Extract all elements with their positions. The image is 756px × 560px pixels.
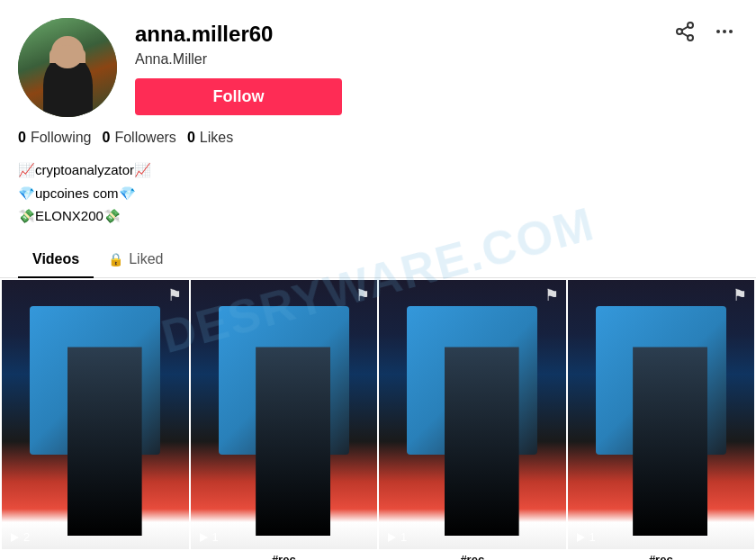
play-count-value: 1	[400, 530, 407, 544]
svg-marker-10	[388, 533, 396, 542]
video-image	[191, 280, 378, 550]
svg-point-7	[729, 30, 733, 33]
bookmark-icon: ⚑	[167, 285, 182, 305]
profile-bio: 📈cryptoanalyzator📈 💎upcoines com💎 💸ELONX…	[0, 155, 756, 242]
profile-username: anna.miller60	[135, 22, 738, 48]
profile-displayname: Anna.Miller	[135, 51, 738, 68]
play-count: 1	[575, 530, 596, 544]
avatar-image	[18, 18, 117, 117]
video-thumbnail: ⚑ 1	[379, 280, 566, 550]
stats-row: 0 Following 0 Followers 0 Likes	[0, 117, 756, 155]
lock-icon: 🔒	[108, 252, 123, 266]
bookmark-icon: ⚑	[544, 285, 559, 305]
bookmark-icon: ⚑	[733, 285, 747, 305]
following-stat[interactable]: 0 Following	[18, 130, 92, 146]
svg-line-3	[682, 33, 688, 37]
play-count-value: 1	[590, 530, 596, 544]
hashtag-label: #rec	[191, 549, 378, 560]
followers-label: Followers	[114, 130, 176, 146]
avatar-figure	[43, 54, 93, 117]
video-image	[2, 280, 189, 550]
svg-marker-9	[200, 533, 208, 542]
video-grid: ⚑ 2 ⚑ 1 #rec ⚑ 1 #rec	[0, 278, 756, 561]
likes-count: 0	[187, 130, 195, 146]
likes-stat[interactable]: 0 Likes	[187, 130, 233, 146]
video-thumbnail: ⚑ 2	[2, 280, 189, 550]
profile-top: anna.miller60 Anna.Miller Follow	[18, 18, 738, 117]
play-count-value: 1	[212, 530, 219, 544]
tab-liked-label: Liked	[129, 251, 163, 267]
tab-videos[interactable]: Videos	[18, 242, 94, 278]
play-count: 1	[386, 530, 407, 544]
bio-line-3: 💸ELONX200💸	[18, 204, 738, 228]
hashtag-label: #rec	[379, 549, 566, 560]
more-options-icon[interactable]	[711, 18, 738, 45]
play-count-value: 2	[23, 530, 30, 544]
video-card[interactable]: ⚑ 2	[2, 280, 189, 561]
video-card[interactable]: ⚑ 1 #rec	[568, 280, 755, 561]
video-card[interactable]: ⚑ 1 #rec	[191, 280, 378, 561]
avatar	[18, 18, 117, 117]
hashtag-label: #rec	[568, 549, 755, 560]
svg-point-6	[723, 30, 726, 33]
video-image	[379, 280, 566, 550]
tabs-row: Videos 🔒 Liked	[0, 242, 756, 278]
tab-videos-label: Videos	[32, 251, 79, 267]
video-image	[568, 280, 755, 550]
profile-actions	[671, 18, 738, 45]
bio-line-1: 📈cryptoanalyzator📈	[18, 158, 738, 182]
video-thumbnail: ⚑ 1	[568, 280, 755, 550]
svg-marker-11	[577, 533, 585, 542]
following-label: Following	[31, 130, 92, 146]
tab-liked[interactable]: 🔒 Liked	[94, 242, 177, 278]
play-count: 1	[198, 530, 219, 544]
bookmark-icon: ⚑	[356, 285, 370, 305]
likes-label: Likes	[200, 130, 233, 146]
followers-count: 0	[103, 130, 111, 146]
followers-stat[interactable]: 0 Followers	[103, 130, 176, 146]
video-card[interactable]: ⚑ 1 #rec	[379, 280, 566, 561]
svg-line-4	[682, 27, 688, 31]
follow-button[interactable]: Follow	[135, 78, 342, 115]
svg-marker-8	[11, 533, 19, 542]
profile-header: anna.miller60 Anna.Miller Follow	[0, 0, 756, 117]
avatar-container	[18, 18, 117, 117]
following-count: 0	[18, 130, 26, 146]
play-count: 2	[9, 530, 30, 544]
svg-point-5	[716, 30, 720, 33]
video-thumbnail: ⚑ 1	[191, 280, 378, 550]
bio-line-2: 💎upcoines com💎	[18, 182, 738, 205]
share-icon[interactable]	[671, 18, 698, 45]
profile-info: anna.miller60 Anna.Miller Follow	[135, 18, 738, 115]
